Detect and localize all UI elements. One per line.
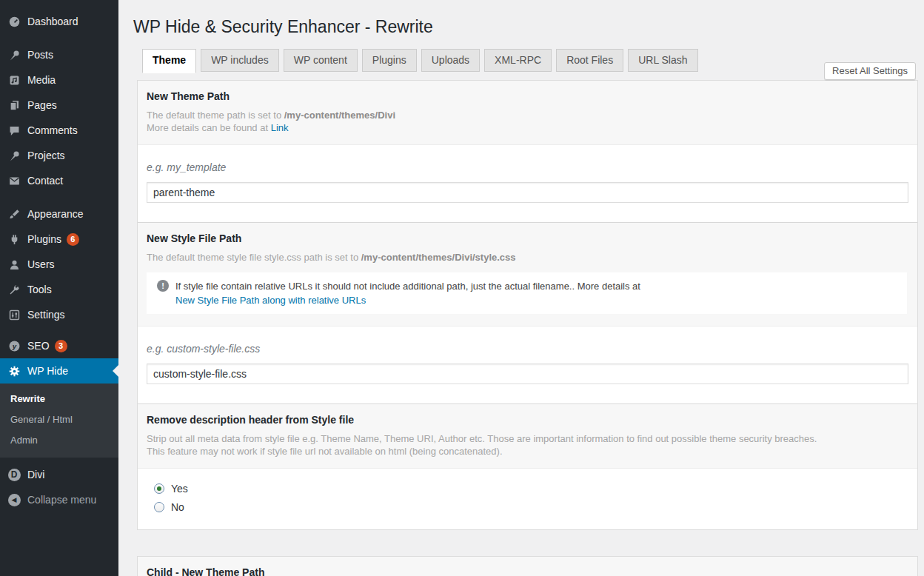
setting-description: The default theme style file style.css p… bbox=[147, 251, 908, 264]
radio-label: Yes bbox=[171, 483, 188, 495]
setting-header: New Style File Path The default theme st… bbox=[138, 223, 917, 326]
comment-bubble-icon bbox=[7, 123, 21, 138]
new-theme-path-input[interactable] bbox=[147, 182, 908, 203]
radio-option-yes[interactable]: Yes bbox=[147, 479, 908, 498]
setting-block-remove-style-header: Remove description header from Style fil… bbox=[138, 403, 917, 529]
gear-icon bbox=[7, 364, 21, 378]
submenu-item-general-html[interactable]: General / Html bbox=[0, 409, 118, 430]
setting-title: New Theme Path bbox=[147, 90, 908, 102]
sidebar-item-appearance[interactable]: Appearance bbox=[0, 201, 118, 227]
sidebar-item-contact[interactable]: Contact bbox=[0, 168, 118, 193]
setting-body: e.g. my_template bbox=[138, 144, 917, 222]
default-style-path-value: /my-content/themes/Divi/style.css bbox=[361, 252, 516, 263]
sidebar-separator bbox=[0, 34, 118, 42]
wp-hide-submenu: Rewrite General / Html Admin bbox=[0, 384, 118, 458]
sidebar-separator bbox=[0, 327, 118, 333]
tab-plugins[interactable]: Plugins bbox=[362, 49, 417, 72]
sidebar-item-tools[interactable]: Tools bbox=[0, 277, 118, 302]
sidebar-item-label: Media bbox=[27, 74, 56, 86]
submenu-item-rewrite[interactable]: Rewrite bbox=[0, 389, 118, 409]
child-theme-settings-card: Child - New Theme Path bbox=[137, 556, 918, 576]
radio-button-icon bbox=[154, 483, 164, 494]
active-menu-arrow bbox=[113, 365, 118, 377]
sidebar-item-dashboard[interactable]: Dashboard bbox=[0, 9, 118, 34]
info-icon: ! bbox=[157, 280, 169, 292]
svg-text:y: y bbox=[11, 341, 16, 349]
sidebar-item-plugins[interactable]: Plugins 6 bbox=[0, 227, 118, 252]
sidebar-item-divi[interactable]: D Divi bbox=[0, 462, 118, 487]
setting-block-child-new-theme-path: Child - New Theme Path bbox=[138, 557, 917, 576]
setting-body: e.g. custom-style-file.css bbox=[138, 326, 917, 403]
setting-block-new-style-file-path: New Style File Path The default theme st… bbox=[138, 222, 917, 403]
relative-urls-details-link[interactable]: New Style File Path along with relative … bbox=[175, 293, 640, 307]
sidebar-item-posts[interactable]: Posts bbox=[0, 42, 118, 67]
admin-sidebar: Dashboard Posts Media Pages Comments bbox=[0, 0, 118, 576]
setting-title: New Style File Path bbox=[147, 232, 908, 244]
setting-header: Child - New Theme Path bbox=[138, 557, 917, 576]
sidebar-item-projects[interactable]: Projects bbox=[0, 143, 118, 168]
setting-header: New Theme Path The default theme path is… bbox=[138, 81, 917, 144]
yoast-seo-icon: y bbox=[7, 338, 21, 353]
sidebar-item-comments[interactable]: Comments bbox=[0, 118, 118, 143]
sidebar-item-label: Projects bbox=[27, 150, 65, 161]
sidebar-item-label: Dashboard bbox=[27, 16, 78, 27]
pages-icon bbox=[7, 98, 21, 113]
setting-title: Remove description header from Style fil… bbox=[147, 414, 908, 426]
plug-icon bbox=[7, 232, 21, 247]
collapse-menu-button[interactable]: ◀ Collapse menu bbox=[0, 487, 118, 512]
tab-xml-rpc[interactable]: XML-RPC bbox=[484, 49, 552, 72]
sidebar-item-label: Settings bbox=[27, 309, 65, 321]
new-style-file-path-input[interactable] bbox=[147, 364, 908, 384]
page-title: WP Hide & Security Enhancer - Rewrite bbox=[133, 16, 918, 38]
theme-settings-card: New Theme Path The default theme path is… bbox=[137, 80, 918, 530]
divi-icon: D bbox=[7, 467, 21, 482]
tab-wp-content[interactable]: WP content bbox=[284, 49, 358, 72]
radio-button-icon bbox=[154, 502, 164, 512]
setting-description: Strip out all meta data from style file … bbox=[147, 432, 908, 445]
radio-label: No bbox=[171, 501, 184, 513]
dashboard-icon bbox=[7, 14, 21, 29]
pushpin-icon bbox=[7, 148, 21, 163]
setting-description: The default theme path is set to /my-con… bbox=[147, 109, 908, 121]
pushpin-icon bbox=[7, 47, 21, 62]
sidebar-item-label: Appearance bbox=[27, 208, 84, 220]
sidebar-item-label: Contact bbox=[27, 175, 63, 187]
media-icon bbox=[7, 73, 21, 87]
sidebar-item-pages[interactable]: Pages bbox=[0, 93, 118, 118]
radio-option-no[interactable]: No bbox=[147, 498, 908, 516]
sidebar-item-seo[interactable]: y SEO 3 bbox=[0, 333, 118, 358]
tab-theme[interactable]: Theme bbox=[142, 49, 196, 73]
envelope-icon bbox=[7, 173, 21, 188]
more-details-link[interactable]: Link bbox=[271, 122, 289, 133]
sidebar-item-settings[interactable]: Settings bbox=[0, 302, 118, 327]
input-example-hint: e.g. custom-style-file.css bbox=[147, 343, 908, 355]
sidebar-item-label: Posts bbox=[27, 49, 53, 61]
sidebar-item-label: Pages bbox=[27, 99, 57, 111]
sidebar-item-label: SEO bbox=[27, 340, 50, 352]
collapse-menu-label: Collapse menu bbox=[27, 494, 96, 506]
update-count-badge: 3 bbox=[55, 340, 67, 352]
sidebar-item-media[interactable]: Media bbox=[0, 67, 118, 93]
update-count-badge: 6 bbox=[67, 233, 79, 246]
sliders-icon bbox=[7, 307, 21, 322]
sidebar-item-users[interactable]: Users bbox=[0, 252, 118, 277]
tab-wp-includes[interactable]: WP includes bbox=[201, 49, 279, 72]
user-icon bbox=[7, 257, 21, 272]
sidebar-item-label: WP Hide bbox=[27, 365, 68, 377]
main-content: WP Hide & Security Enhancer - Rewrite Re… bbox=[118, 16, 924, 576]
sidebar-separator bbox=[0, 193, 118, 201]
sidebar-item-label: Plugins bbox=[27, 233, 61, 245]
sidebar-item-label: Comments bbox=[27, 124, 78, 136]
setting-description: More details can be found at Link bbox=[147, 121, 908, 134]
tab-url-slash[interactable]: URL Slash bbox=[628, 49, 697, 72]
paintbrush-icon bbox=[7, 207, 21, 221]
tab-uploads[interactable]: Uploads bbox=[421, 49, 480, 72]
reset-all-settings-button[interactable]: Reset All Settings bbox=[824, 62, 916, 80]
submenu-item-admin[interactable]: Admin bbox=[0, 430, 118, 451]
setting-title: Child - New Theme Path bbox=[147, 566, 908, 576]
collapse-arrow-icon: ◀ bbox=[7, 492, 21, 507]
tab-root-files[interactable]: Root Files bbox=[556, 49, 623, 72]
setting-header: Remove description header from Style fil… bbox=[138, 404, 917, 468]
setting-body: Yes No bbox=[138, 468, 917, 529]
sidebar-item-wp-hide[interactable]: WP Hide bbox=[0, 358, 118, 384]
